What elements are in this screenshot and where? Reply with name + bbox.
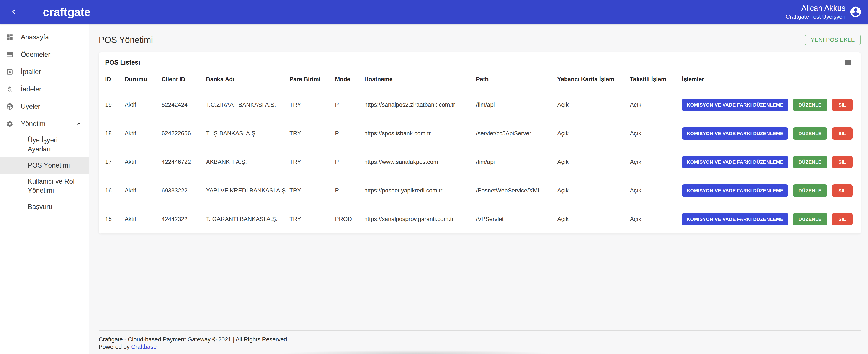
col-header-client-id: Client ID xyxy=(161,70,206,91)
cell-status: Aktif xyxy=(125,119,161,148)
credit-card-icon xyxy=(6,51,13,58)
col-header-path: Path xyxy=(476,70,557,91)
sidebar: Anasayfa Ödemeler İptaller İadeler Üyele… xyxy=(0,24,89,354)
edit-button[interactable]: DÜZENLE xyxy=(793,213,827,225)
powered-by-text: Powered by xyxy=(99,344,131,350)
cell-bank: AKBANK T.A.Ş. xyxy=(206,148,289,176)
edit-button[interactable]: DÜZENLE xyxy=(793,127,827,140)
cell-bank: T. İŞ BANKASI A.Ş. xyxy=(206,119,289,148)
cell-client-id: 69333222 xyxy=(161,176,206,205)
edit-button[interactable]: DÜZENLE xyxy=(793,156,827,168)
sidebar-subitem-pos-yonetimi[interactable]: POS Yönetimi xyxy=(0,157,89,174)
commission-button[interactable]: KOMISYON VE VADE FARKI DÜZENLEME xyxy=(682,184,788,197)
cell-installment: Açık xyxy=(630,91,682,119)
delete-button[interactable]: SIL xyxy=(832,213,852,225)
cell-mode: P xyxy=(335,91,364,119)
commission-button[interactable]: KOMISYON VE VADE FARKI DÜZENLEME xyxy=(682,213,788,225)
delete-button[interactable]: SIL xyxy=(832,99,852,111)
cell-hostname: https://sanalpos2.ziraatbank.com.tr xyxy=(364,91,476,119)
sidebar-subitem-label: Başvuru xyxy=(28,202,53,211)
chevron-up-icon xyxy=(76,120,82,127)
cell-id: 19 xyxy=(99,91,125,119)
sidebar-subitem-kullanici-ve-rol-yonetimi[interactable]: Kullanıcı ve Rol Yönetimi xyxy=(0,174,89,198)
cell-path: /PosnetWebService/XML xyxy=(476,176,557,205)
cell-client-id: 624222656 xyxy=(161,119,206,148)
cell-currency: TRY xyxy=(289,91,335,119)
cell-installment: Açık xyxy=(630,148,682,176)
table-row: 19 Aktif 52242424 T.C.ZİRAAT BANKASI A.Ş… xyxy=(99,91,861,119)
cell-id: 17 xyxy=(99,148,125,176)
cell-path: /VPServlet xyxy=(476,205,557,234)
commission-button[interactable]: KOMISYON VE VADE FARKI DÜZENLEME xyxy=(682,99,788,111)
cell-client-id: 42442322 xyxy=(161,205,206,234)
app-logo: craftgate xyxy=(43,6,90,18)
cell-client-id: 422446722 xyxy=(161,148,206,176)
cell-currency: TRY xyxy=(289,119,335,148)
cell-foreign-card: Açık xyxy=(557,91,630,119)
cell-foreign-card: Açık xyxy=(557,205,630,234)
cell-mode: P xyxy=(335,176,364,205)
cell-client-id: 52242424 xyxy=(161,91,206,119)
delete-button[interactable]: SIL xyxy=(832,127,852,140)
cell-hostname: https://sanalposprov.garanti.com.tr xyxy=(364,205,476,234)
cancel-box-icon xyxy=(6,68,13,76)
cell-hostname: https://posnet.yapikredi.com.tr xyxy=(364,176,476,205)
commission-button[interactable]: KOMISYON VE VADE FARKI DÜZENLEME xyxy=(682,156,788,168)
cell-bank: YAPI VE KREDİ BANKASI A.Ş. xyxy=(206,176,289,205)
cell-path: /fim/api xyxy=(476,148,557,176)
sidebar-item-odemeler[interactable]: Ödemeler xyxy=(0,46,89,63)
col-header-durumu: Durumu xyxy=(125,70,161,91)
gear-icon xyxy=(6,120,13,128)
sidebar-item-iptaller[interactable]: İptaller xyxy=(0,63,89,80)
sidebar-subitem-label: Üye İşyeri Ayarları xyxy=(28,136,80,154)
cell-bank: T. GARANTİ BANKASI A.Ş. xyxy=(206,205,289,234)
sidebar-item-uyeler[interactable]: Üyeler xyxy=(0,98,89,115)
column-settings-button[interactable] xyxy=(845,60,852,66)
col-header-yabanci-kartla-islem: Yabancı Kartla İşlem xyxy=(557,70,630,91)
commission-button[interactable]: KOMISYON VE VADE FARKI DÜZENLEME xyxy=(682,127,788,140)
page-title: POS Yönetimi xyxy=(99,35,153,45)
card-title: POS Listesi xyxy=(105,59,140,66)
sidebar-subitem-basvuru[interactable]: Başvuru xyxy=(0,198,89,215)
sidebar-subitem-uye-isyeri-ayarlari[interactable]: Üye İşyeri Ayarları xyxy=(0,133,89,157)
cell-path: /fim/api xyxy=(476,91,557,119)
cell-foreign-card: Açık xyxy=(557,176,630,205)
top-app-bar: craftgate Alican Akkus Craftgate Test Üy… xyxy=(0,0,868,24)
sidebar-item-label: İptaller xyxy=(21,68,41,76)
view-columns-icon xyxy=(845,60,852,65)
col-header-islemler: İşlemler xyxy=(682,70,861,91)
edit-button[interactable]: DÜZENLE xyxy=(793,184,827,197)
col-header-para-birimi: Para Birimi xyxy=(289,70,335,91)
back-button[interactable] xyxy=(9,6,20,17)
sidebar-subitem-label: POS Yönetimi xyxy=(28,161,70,170)
sidebar-item-label: Yönetim xyxy=(21,120,45,128)
table-row: 16 Aktif 69333222 YAPI VE KREDİ BANKASI … xyxy=(99,176,861,205)
delete-button[interactable]: SIL xyxy=(832,184,852,197)
sidebar-item-yonetim[interactable]: Yönetim xyxy=(0,115,89,133)
sidebar-item-label: Anasayfa xyxy=(21,33,49,41)
sidebar-item-iadeler[interactable]: İadeler xyxy=(0,80,89,98)
cell-hostname: https://www.sanalakpos.com xyxy=(364,148,476,176)
user-name: Alican Akkus xyxy=(785,4,845,12)
cell-status: Aktif xyxy=(125,148,161,176)
sidebar-item-anasayfa[interactable]: Anasayfa xyxy=(0,29,89,46)
footer: Craftgate - Cloud-based Payment Gateway … xyxy=(99,330,861,354)
cell-id: 15 xyxy=(99,205,125,234)
col-header-mode: Mode xyxy=(335,70,364,91)
craftbase-link[interactable]: Craftbase xyxy=(131,344,157,350)
edit-button[interactable]: DÜZENLE xyxy=(793,99,827,111)
account-menu-button[interactable] xyxy=(849,6,862,18)
col-header-taksitli-islem: Taksitli İşlem xyxy=(630,70,682,91)
add-pos-button[interactable]: YENI POS EKLE xyxy=(805,35,861,45)
money-off-icon xyxy=(6,85,13,93)
sidebar-item-label: İadeler xyxy=(21,85,41,93)
cell-foreign-card: Açık xyxy=(557,148,630,176)
chevron-left-icon xyxy=(10,8,18,16)
cell-mode: PROD xyxy=(335,205,364,234)
cell-installment: Açık xyxy=(630,176,682,205)
cell-status: Aktif xyxy=(125,91,161,119)
delete-button[interactable]: SIL xyxy=(832,156,852,168)
cell-mode: P xyxy=(335,148,364,176)
cell-currency: TRY xyxy=(289,176,335,205)
dashboard-icon xyxy=(6,34,13,41)
